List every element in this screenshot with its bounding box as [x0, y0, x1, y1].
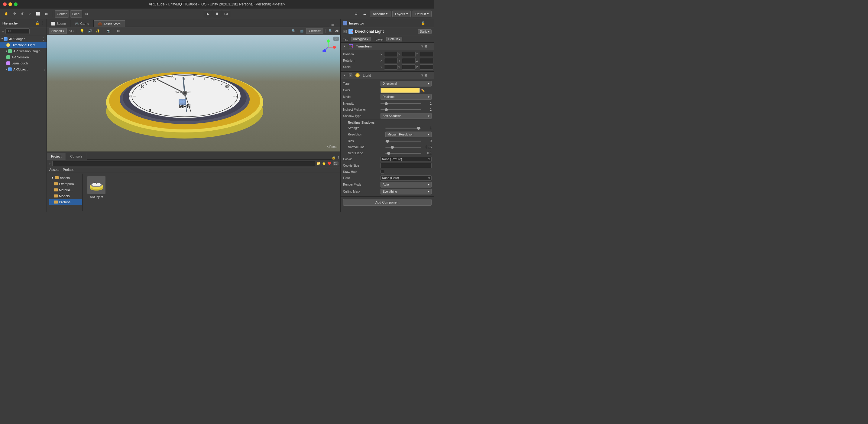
close-traffic-light[interactable] — [3, 2, 7, 6]
play-button[interactable]: ▶ — [204, 10, 212, 17]
breadcrumb-prefabs[interactable]: Prefabs — [63, 168, 74, 172]
light-help-icon[interactable]: ? — [421, 73, 423, 78]
effects-button[interactable]: ✨ — [95, 28, 101, 34]
star-icon-btn[interactable]: ⭐ — [322, 161, 326, 165]
collab-button[interactable]: ⚙ — [353, 10, 359, 18]
tree-item-arobject[interactable]: ARObject › — [0, 66, 46, 72]
scene-camera-btn[interactable]: 📷 — [105, 28, 112, 34]
rotation-z-input[interactable]: 0 — [420, 58, 433, 63]
assets-root-item[interactable]: ▼ Assets — [49, 175, 82, 181]
layers-dropdown[interactable]: Layers ▾ — [392, 10, 411, 17]
materials-asset-item[interactable]: Materia… — [49, 187, 82, 193]
transform-tool-button[interactable]: ⊞ — [43, 10, 50, 18]
indirect-slider[interactable] — [380, 109, 421, 110]
game-tab[interactable]: 🎮 Game — [70, 20, 94, 27]
strength-slider[interactable] — [385, 128, 421, 128]
add-asset-button[interactable]: + — [49, 161, 51, 166]
light-header[interactable]: ▼ Light ? ⊞ ⋮ — [341, 72, 434, 79]
prefabs-asset-item[interactable]: Prefabs — [49, 199, 82, 205]
shadow-type-dropdown[interactable]: Soft Shadows ▾ — [380, 113, 432, 119]
cloud-button[interactable]: ☁ — [361, 10, 368, 18]
position-x-input[interactable]: 0 — [384, 52, 398, 57]
light-preset-icon[interactable]: ⊞ — [424, 73, 427, 78]
view-menu-icon[interactable]: ⋮ — [335, 23, 339, 27]
scene-cam-btn[interactable]: 📹 — [298, 28, 305, 34]
light-enabled-checkbox[interactable] — [349, 73, 352, 77]
argauge-more[interactable]: ⋮ — [41, 37, 45, 41]
tree-item-ar-session[interactable]: AR Session — [0, 54, 46, 60]
resolution-dropdown[interactable]: Medium Resolution ▾ — [385, 131, 432, 137]
hierarchy-menu-icon[interactable]: ⋮ — [41, 21, 44, 25]
scale-y-input[interactable]: 1 — [402, 64, 415, 69]
2d-button[interactable]: 2D — [68, 28, 75, 34]
shaded-dropdown[interactable]: Shaded ▾ — [49, 28, 67, 34]
rotation-y-input[interactable]: -30 — [402, 58, 415, 63]
arobject-asset[interactable]: ARObject — [86, 175, 107, 200]
position-y-input[interactable]: 3 — [402, 52, 415, 57]
color-swatch[interactable] — [380, 88, 420, 93]
tree-item-ar-session-origin[interactable]: AR Session Origin — [0, 48, 46, 54]
cookie-target-icon[interactable]: ⊙ — [428, 157, 430, 161]
draw-halo-checkbox[interactable] — [380, 170, 384, 174]
arobject-more[interactable]: › — [44, 67, 45, 72]
breadcrumb-assets[interactable]: Assets — [49, 168, 59, 172]
hand-tool-button[interactable]: ✋ — [2, 10, 10, 18]
scene-gizmo[interactable]: X Y Z — [319, 38, 337, 56]
flare-target-icon[interactable]: ⊙ — [428, 176, 430, 180]
position-z-input[interactable]: 0 — [420, 52, 433, 57]
transform-header[interactable]: ▼ Transform ? ⊞ ⋮ — [341, 43, 434, 50]
pause-button[interactable]: ⏸ — [213, 10, 221, 17]
tag-dropdown[interactable]: Untagged ▾ — [351, 37, 371, 41]
scene-search-btn[interactable]: 🔍 — [290, 28, 297, 34]
bottom-search-input[interactable] — [52, 161, 315, 166]
account-dropdown[interactable]: Account ▾ — [370, 10, 391, 17]
add-component-button[interactable]: Add Component — [343, 199, 432, 206]
intensity-slider[interactable] — [380, 103, 421, 104]
cookie-size-input[interactable]: 10 — [380, 163, 432, 168]
audio-button[interactable]: 🔊 — [87, 28, 93, 34]
transform-menu-icon[interactable]: ⋮ — [428, 44, 432, 49]
minimize-traffic-light[interactable] — [8, 2, 12, 6]
console-tab[interactable]: Console — [66, 153, 87, 160]
fav-icon-btn[interactable]: ❤️ — [327, 161, 332, 165]
gizmos-dropdown[interactable]: Gizmos ▾ — [306, 28, 323, 34]
bias-slider[interactable] — [385, 141, 421, 142]
layer-dropdown[interactable]: Default ▾ — [386, 37, 403, 41]
example-asset-item[interactable]: ExampleA… — [49, 181, 82, 187]
normal-bias-slider[interactable] — [385, 147, 421, 148]
step-button[interactable]: ⏭ — [222, 10, 230, 17]
rotate-tool-button[interactable]: ↺ — [19, 10, 25, 18]
object-active-checkbox[interactable] — [343, 30, 347, 33]
scene-tab[interactable]: ⬜ Scene — [47, 20, 70, 27]
snap-button[interactable]: ⊡ — [84, 10, 90, 18]
tree-item-argauge[interactable]: ARGauge* ⋮ — [0, 36, 46, 42]
hierarchy-search-input[interactable] — [5, 28, 30, 34]
hierarchy-lock-icon[interactable]: 🔒 — [35, 21, 39, 25]
project-tab[interactable]: Project — [47, 153, 66, 160]
center-button[interactable]: Center — [55, 10, 69, 18]
rotation-x-input[interactable]: 50 — [384, 58, 398, 63]
all-layers-btn[interactable]: 🔍 — [327, 28, 334, 34]
near-plane-slider[interactable] — [385, 153, 421, 154]
add-hierarchy-button[interactable]: + — [2, 29, 4, 34]
bottom-menu-icon[interactable]: ⋮ — [337, 156, 340, 160]
static-button[interactable]: Static ▾ — [418, 29, 432, 34]
scale-z-input[interactable]: 1 — [420, 64, 433, 69]
transform-help-icon[interactable]: ? — [421, 44, 423, 49]
scale-tool-button[interactable]: ⤢ — [27, 10, 33, 18]
inspector-menu-icon[interactable]: ⋮ — [428, 21, 432, 25]
rect-tool-button[interactable]: ⬜ — [34, 10, 42, 18]
view-maximize-icon[interactable]: ⊞ — [331, 23, 334, 27]
local-button[interactable]: Local — [70, 10, 82, 18]
render-mode-dropdown[interactable]: Auto ▾ — [380, 182, 432, 187]
culling-mask-dropdown[interactable]: Everything ▾ — [380, 189, 432, 194]
inspector-lock-icon[interactable]: 🔒 — [421, 21, 425, 25]
light-menu-icon[interactable]: ⋮ — [428, 73, 432, 78]
layout-dropdown[interactable]: Default ▾ — [412, 10, 432, 17]
tree-item-lean-touch[interactable]: LeanTouch — [0, 60, 46, 66]
scale-x-input[interactable]: 1 — [384, 64, 398, 69]
move-tool-button[interactable]: ✛ — [11, 10, 18, 18]
type-dropdown[interactable]: Directional ▾ — [380, 81, 432, 87]
folder-icon-btn[interactable]: 📁 — [316, 161, 321, 165]
color-picker-icon[interactable]: ✏️ — [421, 89, 425, 92]
